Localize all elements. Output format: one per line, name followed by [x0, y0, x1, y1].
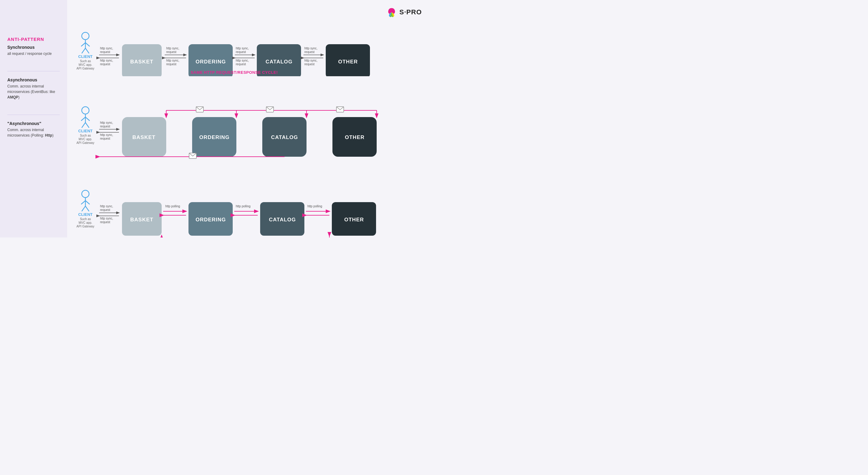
svg-line-88: [82, 206, 85, 211]
section-async-desc: Comm. across internal microservices (Eve…: [7, 84, 60, 100]
svg-text:API Gateway: API Gateway: [76, 67, 94, 70]
svg-text:request: request: [100, 125, 111, 128]
svg-text:CLIENT: CLIENT: [79, 129, 93, 133]
svg-line-4: [82, 48, 85, 53]
polling-diagram-svg: CLIENT Such as MVC app. API Gateway http…: [76, 185, 427, 238]
svg-text:API Gateway: API Gateway: [76, 141, 94, 145]
svg-text:CATALOG: CATALOG: [269, 217, 296, 223]
svg-line-5: [85, 48, 89, 53]
section-sync-title: Synchronous: [7, 45, 60, 50]
svg-text:MVC app.: MVC app.: [79, 221, 92, 224]
svg-line-52: [85, 123, 89, 128]
svg-text:http sync,: http sync,: [100, 121, 113, 124]
svg-text:request: request: [100, 63, 111, 66]
diagram-polling: CLIENT Such as MVC app. API Gateway http…: [76, 185, 425, 238]
svg-text:BASKET: BASKET: [130, 59, 153, 65]
svg-text:request: request: [100, 220, 111, 224]
svg-text:http polling: http polling: [307, 204, 322, 208]
svg-text:OTHER: OTHER: [344, 217, 364, 223]
section-polling-desc: Comm. across internal microservices (Pol…: [7, 127, 60, 138]
section-sync-desc: all request / response cycle: [7, 51, 60, 56]
svg-line-87: [85, 200, 90, 204]
svg-text:ORDERING: ORDERING: [195, 217, 226, 223]
svg-text:request: request: [236, 50, 246, 54]
section-polling-title: "Asynchronous": [7, 121, 60, 126]
svg-text:http sync,: http sync,: [166, 46, 179, 50]
svg-text:request: request: [100, 137, 111, 140]
svg-text:API Gateway: API Gateway: [76, 225, 94, 228]
svg-point-84: [82, 190, 89, 197]
svg-text:OTHER: OTHER: [345, 134, 365, 140]
svg-text:request: request: [166, 50, 177, 54]
svg-text:request: request: [100, 208, 111, 212]
svg-point-0: [82, 32, 89, 40]
svg-text:http sync,: http sync,: [100, 204, 113, 208]
svg-line-2: [81, 43, 85, 46]
svg-text:http sync,: http sync,: [100, 59, 113, 62]
svg-text:http polling: http polling: [236, 204, 250, 208]
svg-text:http sync,: http sync,: [166, 59, 179, 62]
svg-text:http sync,: http sync,: [304, 59, 317, 62]
svg-text:http sync,: http sync,: [100, 46, 113, 50]
svg-text:http sync,: http sync,: [236, 46, 249, 50]
svg-text:request: request: [304, 63, 315, 66]
svg-text:BASKET: BASKET: [130, 217, 153, 223]
diagram-async: CLIENT Such as MVC app. API Gateway http…: [76, 102, 425, 164]
svg-text:MVC app.: MVC app.: [79, 137, 92, 141]
svg-line-49: [81, 117, 85, 121]
sidebar-divider-2: [7, 115, 60, 115]
svg-line-51: [82, 123, 85, 128]
svg-text:http sync,: http sync,: [236, 59, 249, 62]
svg-text:SAME HTTP REQUEST/RESPONSE CYC: SAME HTTP REQUEST/RESPONSE CYCLE!: [191, 70, 278, 75]
svg-text:request: request: [304, 50, 315, 54]
svg-text:✕: ✕: [363, 75, 368, 76]
svg-text:BASKET: BASKET: [132, 134, 156, 140]
svg-point-47: [82, 107, 89, 114]
sync-diagram-svg: CLIENT Such as MVC app. API Gateway http…: [76, 27, 427, 76]
main-content: CLIENT Such as MVC app. API Gateway http…: [67, 0, 434, 238]
svg-text:ORDERING: ORDERING: [199, 134, 230, 140]
svg-text:http sync,: http sync,: [100, 133, 113, 136]
svg-text:request: request: [100, 50, 111, 54]
anti-pattern-label: ANTI-PATTERN: [7, 37, 60, 42]
svg-line-86: [81, 200, 85, 204]
sidebar: ANTI-PATTERN Synchronous all request / r…: [0, 0, 67, 238]
svg-text:CATALOG: CATALOG: [271, 134, 298, 140]
svg-text:http sync,: http sync,: [304, 46, 317, 50]
section-async-title: Asynchronous: [7, 77, 60, 82]
async-diagram-svg: CLIENT Such as MVC app. API Gateway http…: [76, 102, 427, 163]
svg-text:CLIENT: CLIENT: [79, 54, 93, 59]
svg-text:Such as: Such as: [80, 59, 91, 63]
section-polling: "Asynchronous" Comm. across internal mic…: [7, 121, 60, 138]
svg-text:http sync,: http sync,: [100, 217, 113, 220]
svg-text:http polling: http polling: [165, 204, 180, 208]
section-sync: Synchronous all request / response cycle: [7, 45, 60, 56]
sidebar-divider-1: [7, 71, 60, 71]
svg-text:OTHER: OTHER: [338, 59, 358, 65]
svg-text:CLIENT: CLIENT: [79, 212, 93, 217]
svg-text:request: request: [236, 63, 246, 66]
svg-text:CATALOG: CATALOG: [266, 59, 293, 65]
svg-text:ORDERING: ORDERING: [195, 59, 226, 65]
diagram-sync: CLIENT Such as MVC app. API Gateway http…: [76, 27, 425, 77]
svg-line-50: [85, 117, 90, 121]
svg-text:Such as: Such as: [80, 134, 91, 137]
svg-text:request: request: [166, 63, 177, 66]
section-async: Asynchronous Comm. across internal micro…: [7, 77, 60, 100]
svg-line-89: [85, 206, 89, 211]
svg-text:MVC app.: MVC app.: [79, 63, 92, 66]
svg-text:Such as: Such as: [80, 217, 91, 221]
svg-line-3: [85, 43, 90, 46]
